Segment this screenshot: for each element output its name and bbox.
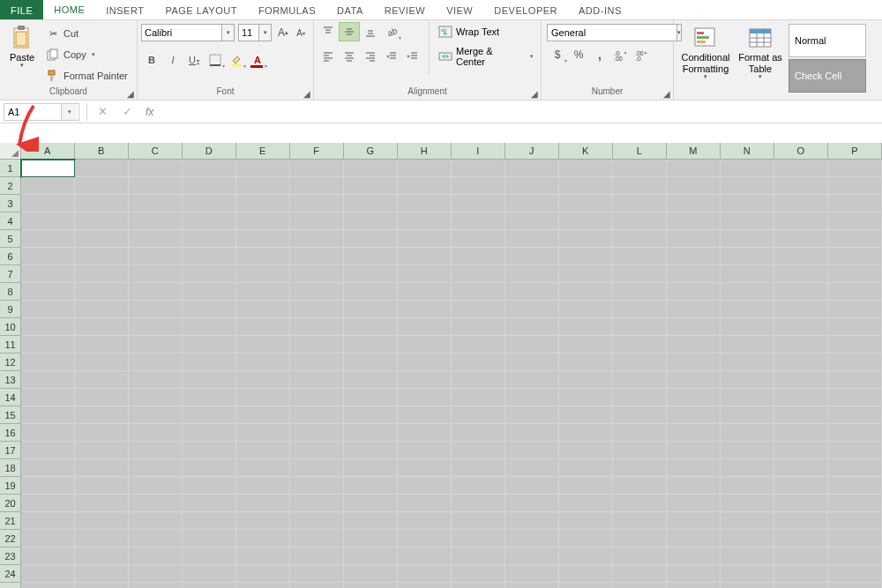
- cell-K25[interactable]: [559, 583, 613, 588]
- cell-J9[interactable]: [505, 301, 559, 318]
- cell-M18[interactable]: [667, 459, 721, 477]
- cell-N24[interactable]: [721, 565, 774, 583]
- cell-J10[interactable]: [505, 318, 559, 336]
- cell-J21[interactable]: [505, 512, 559, 530]
- cell-K16[interactable]: [559, 424, 613, 442]
- align-left-button[interactable]: [318, 47, 339, 66]
- cell-L11[interactable]: [613, 336, 667, 354]
- cell-E6[interactable]: [236, 248, 290, 265]
- cell-I14[interactable]: [452, 389, 505, 406]
- cell-O8[interactable]: [774, 283, 828, 301]
- cell-G22[interactable]: [344, 530, 398, 547]
- cell-K15[interactable]: [559, 406, 613, 424]
- cell-F21[interactable]: [290, 512, 344, 530]
- format-painter-button[interactable]: Format Painter: [42, 66, 131, 86]
- cell-G17[interactable]: [344, 442, 398, 459]
- cell-D13[interactable]: [183, 371, 236, 389]
- column-header-I[interactable]: I: [452, 143, 505, 160]
- cell-F19[interactable]: [290, 477, 344, 495]
- cell-E22[interactable]: [236, 530, 290, 547]
- cell-P22[interactable]: [828, 530, 882, 547]
- cell-L13[interactable]: [613, 371, 667, 389]
- cell-E1[interactable]: [236, 160, 290, 177]
- cell-M14[interactable]: [667, 389, 721, 406]
- column-header-D[interactable]: D: [183, 143, 236, 160]
- cell-A13[interactable]: [21, 371, 75, 389]
- cell-K23[interactable]: [559, 547, 613, 565]
- cell-C23[interactable]: [129, 547, 183, 565]
- cell-P5[interactable]: [828, 230, 882, 248]
- row-header-15[interactable]: 15: [0, 406, 21, 424]
- cell-C6[interactable]: [129, 248, 183, 265]
- cell-B2[interactable]: [75, 177, 129, 195]
- align-right-button[interactable]: [360, 47, 381, 66]
- cell-F14[interactable]: [290, 389, 344, 406]
- cell-K7[interactable]: [559, 265, 613, 283]
- row-header-9[interactable]: 9: [0, 301, 21, 318]
- row-header-16[interactable]: 16: [0, 424, 21, 442]
- cell-A24[interactable]: [21, 565, 75, 583]
- cell-A14[interactable]: [21, 389, 75, 406]
- cell-H18[interactable]: [398, 459, 452, 477]
- cell-J6[interactable]: [505, 248, 559, 265]
- cell-N18[interactable]: [721, 459, 774, 477]
- font-size-combo[interactable]: ▾: [238, 24, 272, 41]
- cell-P23[interactable]: [828, 547, 882, 565]
- name-box-input[interactable]: [4, 107, 61, 117]
- cell-J11[interactable]: [505, 336, 559, 354]
- tab-insert[interactable]: INSERT: [95, 0, 154, 19]
- column-header-K[interactable]: K: [559, 143, 613, 160]
- cell-D3[interactable]: [183, 195, 236, 212]
- cell-M6[interactable]: [667, 248, 721, 265]
- cell-O15[interactable]: [774, 406, 828, 424]
- row-header-2[interactable]: 2: [0, 177, 21, 195]
- cell-O17[interactable]: [774, 442, 828, 459]
- cell-G6[interactable]: [344, 248, 398, 265]
- cell-F4[interactable]: [290, 212, 344, 230]
- row-header-8[interactable]: 8: [0, 283, 21, 301]
- font-name-combo[interactable]: ▾: [141, 24, 235, 41]
- cell-I23[interactable]: [452, 547, 505, 565]
- column-header-E[interactable]: E: [236, 143, 290, 160]
- cell-D5[interactable]: [183, 230, 236, 248]
- cell-O19[interactable]: [774, 477, 828, 495]
- row-header-19[interactable]: 19: [0, 477, 21, 495]
- cell-C16[interactable]: [129, 424, 183, 442]
- cell-J1[interactable]: [505, 160, 559, 177]
- cell-K18[interactable]: [559, 459, 613, 477]
- cell-L24[interactable]: [613, 565, 667, 583]
- cell-D11[interactable]: [183, 336, 236, 354]
- cell-K24[interactable]: [559, 565, 613, 583]
- cell-O1[interactable]: [774, 160, 828, 177]
- cell-A11[interactable]: [21, 336, 75, 354]
- cell-P18[interactable]: [828, 459, 882, 477]
- row-header-10[interactable]: 10: [0, 318, 21, 336]
- cell-H1[interactable]: [398, 160, 452, 177]
- cell-C4[interactable]: [129, 212, 183, 230]
- column-header-N[interactable]: N: [721, 143, 774, 160]
- cell-K12[interactable]: [559, 354, 613, 371]
- cell-I1[interactable]: [452, 160, 505, 177]
- wrap-text-button[interactable]: ab Wrap Text: [435, 22, 537, 41]
- cell-O7[interactable]: [774, 265, 828, 283]
- cell-A25[interactable]: [21, 583, 75, 588]
- cell-N5[interactable]: [721, 230, 774, 248]
- cell-G3[interactable]: [344, 195, 398, 212]
- row-header-13[interactable]: 13: [0, 371, 21, 389]
- cell-A17[interactable]: [21, 442, 75, 459]
- cell-H25[interactable]: [398, 583, 452, 588]
- font-name-dropdown-icon[interactable]: ▾: [222, 24, 235, 41]
- number-format-combo[interactable]: ▾: [547, 24, 653, 41]
- cell-F9[interactable]: [290, 301, 344, 318]
- comma-format-button[interactable]: ,: [589, 45, 610, 64]
- cell-M19[interactable]: [667, 477, 721, 495]
- cell-F24[interactable]: [290, 565, 344, 583]
- align-center-button[interactable]: [339, 47, 360, 66]
- column-header-P[interactable]: P: [828, 143, 882, 160]
- row-header-4[interactable]: 4: [0, 212, 21, 230]
- cell-A9[interactable]: [21, 301, 75, 318]
- cell-G4[interactable]: [344, 212, 398, 230]
- align-middle-button[interactable]: [339, 22, 360, 41]
- row-header-1[interactable]: 1: [0, 160, 21, 177]
- cell-A2[interactable]: [21, 177, 75, 195]
